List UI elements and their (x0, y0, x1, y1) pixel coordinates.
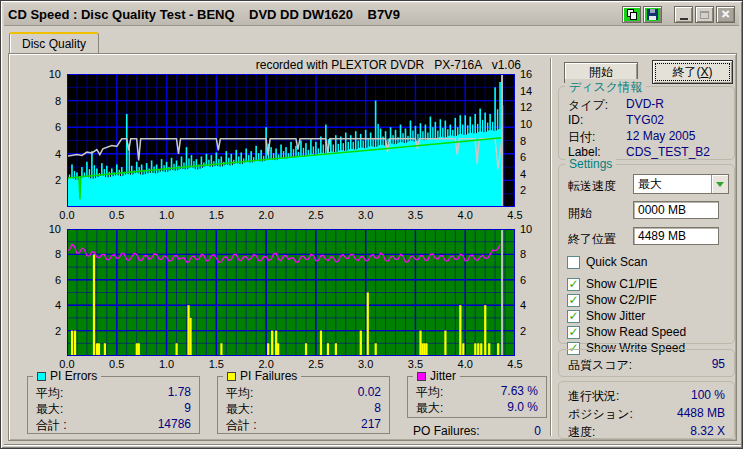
stat-label: 平均: (416, 384, 443, 399)
pi-failures-statbox: PI Failures 平均:0.02 最大:8 合計 :217 (217, 376, 390, 434)
checkbox-icon: ✓ (567, 294, 580, 307)
stat-label: 最大: (416, 400, 443, 415)
minimize-icon (680, 18, 688, 20)
disc-info-value: DVD-R (626, 97, 664, 111)
stat-label: 合計 : (36, 417, 67, 432)
stat-label: 最大: (36, 401, 63, 416)
progress-value: 100 % (691, 388, 725, 405)
axis-tick-label: 8 (35, 95, 61, 107)
disc-info-row: ID:TYG02 (568, 113, 725, 127)
axis-tick-label: 4 (520, 168, 546, 180)
transfer-speed-label: 転送速度 (568, 178, 616, 195)
checkbox-show-read-speed[interactable]: ✓Show Read Speed (567, 325, 686, 339)
save-button[interactable] (643, 6, 662, 23)
speed-value: 8.32 X (690, 424, 725, 441)
disc-info-label: ID: (568, 113, 583, 127)
checkbox-icon: ✓ (567, 278, 580, 291)
stat-label: 平均: (226, 385, 253, 400)
disc-info-label: タイプ: (568, 97, 608, 114)
end-position-field[interactable]: 4489 MB (633, 227, 719, 245)
axis-tick-label: 10 (35, 68, 61, 80)
axis-tick-label: 8 (520, 248, 546, 260)
titlebar-buttons: ✕ (622, 6, 735, 23)
checkbox-quick-scan[interactable]: Quick Scan (567, 255, 647, 269)
checkbox-show-c1-pie[interactable]: ✓Show C1/PIE (567, 277, 657, 291)
transfer-speed-select[interactable]: 最大 (633, 174, 729, 194)
checkbox-show-jitter[interactable]: ✓Show Jitter (567, 309, 645, 323)
position-label: ポジション: (568, 406, 633, 423)
axis-tick-label: 0.5 (104, 358, 130, 370)
maximize-icon (700, 11, 709, 19)
axis-tick-label: 2 (520, 184, 546, 196)
axis-tick-label: 4 (35, 299, 61, 311)
axis-tick-label: 4 (35, 148, 61, 160)
pi-errors-statbox: PI Errors 平均:1.78 最大:9 合計 :14786 (27, 376, 200, 434)
stat-value: 14786 (158, 417, 191, 432)
jitter-right-axis: 246810 (517, 229, 543, 356)
axis-tick-label: 2.0 (253, 209, 279, 221)
start-position-label: 開始 (568, 205, 592, 222)
pi-errors-swatch-icon (37, 372, 46, 381)
score-value: 95 (712, 357, 725, 374)
tab-page: recorded with PLEXTOR DVDR PX-716A v1.06… (8, 53, 737, 441)
end-position-value: 4489 MB (638, 229, 686, 243)
axis-tick-label: 3.5 (402, 209, 428, 221)
progress-label: 進行状況: (568, 388, 619, 405)
axis-tick-label: 6 (520, 274, 546, 286)
pi-failures-jitter-chart (67, 229, 515, 356)
close-icon: ✕ (721, 9, 730, 20)
jitter-statbox-label: Jitter (430, 369, 456, 383)
checkbox-icon (567, 256, 580, 269)
axis-tick-label: 3.0 (353, 358, 379, 370)
score-group: 品質スコア: 95 (558, 349, 735, 377)
axis-tick-label: 0.5 (104, 209, 130, 221)
pi-errors-chart (67, 74, 515, 207)
title-bar[interactable]: CD Speed : Disc Quality Test - BENQ DVD … (4, 4, 739, 26)
bottom-groove (4, 444, 741, 446)
app-window: CD Speed : Disc Quality Test - BENQ DVD … (0, 0, 743, 449)
settings-group-title: Settings (565, 157, 616, 171)
axis-tick-label: 2 (35, 325, 61, 337)
stat-value: 8 (374, 401, 381, 416)
start-position-field[interactable]: 0000 MB (633, 201, 719, 219)
minimize-button[interactable] (674, 6, 693, 23)
close-button[interactable]: ✕ (716, 6, 735, 23)
axis-tick-label: 0.0 (54, 209, 80, 221)
pi-errors-statbox-label: PI Errors (50, 369, 97, 383)
pi-failures-swatch-icon (227, 372, 236, 381)
window-title: CD Speed : Disc Quality Test - BENQ DVD … (8, 7, 622, 22)
axis-tick-label: 1.5 (203, 209, 229, 221)
axis-tick-label: 10 (35, 223, 61, 235)
axis-tick-label: 12 (520, 101, 546, 113)
maximize-button[interactable] (695, 6, 714, 23)
axis-tick-label: 14 (520, 85, 546, 97)
stat-value: 1.78 (168, 385, 191, 400)
disc-info-group-title: ディスク情報 (565, 79, 646, 96)
tab-disc-quality[interactable]: Disc Quality (9, 32, 99, 53)
stat-value: 7.63 % (501, 384, 538, 399)
disc-info-value: TYG02 (626, 113, 664, 127)
axis-tick-label: 2 (35, 174, 61, 186)
stat-value: 9 (184, 401, 191, 416)
settings-group: Settings 転送速度 最大 開始 0000 MB 終了位置 4489 MB… (558, 164, 735, 344)
pi-errors-left-axis: 246810 (37, 74, 63, 207)
copy-button[interactable] (622, 6, 641, 23)
position-value: 4488 MB (677, 406, 725, 423)
disc-info-row: 日付:12 May 2005 (568, 129, 725, 146)
axis-tick-label: 6 (520, 151, 546, 163)
axis-tick-label: 2.5 (303, 358, 329, 370)
axis-tick-label: 4.0 (452, 209, 478, 221)
exit-button[interactable]: 終了(X) (652, 60, 733, 84)
checkbox-label: Show C1/PIE (586, 277, 657, 291)
axis-tick-label: 16 (520, 68, 546, 80)
axis-tick-label: 4 (520, 299, 546, 311)
jitter-swatch-icon (417, 372, 426, 381)
chevron-down-icon (716, 182, 724, 187)
jitter-left-axis: 246810 (37, 229, 63, 356)
chart-header: recorded with PLEXTOR DVDR PX-716A v1.06 (9, 58, 521, 72)
checkbox-show-c2-pif[interactable]: ✓Show C2/PIF (567, 293, 657, 307)
transfer-speed-value: 最大 (634, 176, 711, 193)
transfer-speed-dropdown-button[interactable] (711, 175, 728, 193)
checkbox-label: Show Read Speed (586, 325, 686, 339)
stat-value: 0.02 (358, 385, 381, 400)
